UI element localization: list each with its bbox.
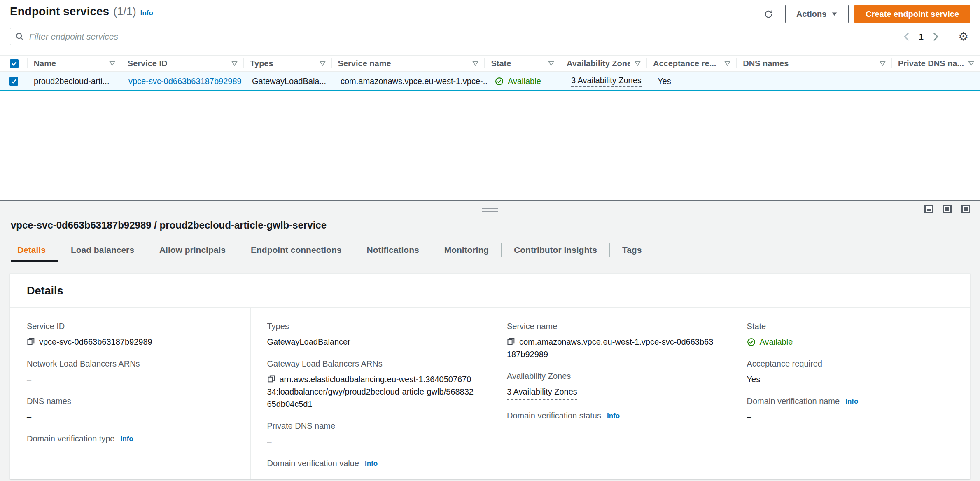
column-header-types: Types	[250, 59, 273, 68]
page-number[interactable]: 1	[915, 32, 928, 42]
field-value: –	[27, 450, 31, 459]
filter-icon-types[interactable]	[319, 60, 327, 67]
table-row[interactable]: proud2becloud-arti... vpce-svc-0d663b631…	[0, 72, 980, 91]
field-label: Gateway Load Balancers ARNs	[267, 359, 383, 369]
filter-icon-acceptance-required[interactable]	[723, 60, 731, 67]
column-header-acceptance-required: Acceptance re...	[653, 59, 716, 68]
panel-size-medium-icon[interactable]	[943, 205, 952, 213]
column-header-availability-zones: Availability Zones	[567, 59, 630, 68]
panel-title: vpce-svc-0d663b63187b92989 / proud2beclo…	[0, 219, 980, 231]
actions-button[interactable]: Actions	[785, 5, 849, 23]
filter-icon-service-name[interactable]	[471, 60, 479, 67]
settings-gear-icon[interactable]: ⚙	[957, 31, 970, 42]
field-state: State Available	[747, 322, 954, 348]
filter-icon-dns-names[interactable]	[879, 60, 887, 67]
panel-size-small-icon[interactable]	[924, 205, 933, 213]
field-value: Available	[760, 336, 793, 348]
caret-down-icon	[831, 12, 838, 16]
field-domain-verification-name: Domain verification nameInfo –	[747, 397, 954, 423]
field-value: arn:aws:elasticloadbalancing:eu-west-1:3…	[267, 375, 474, 409]
pagination: 1 ⚙	[901, 29, 970, 44]
availability-zones-popover-trigger[interactable]: 3 Availability Zones	[507, 385, 577, 400]
field-dns-names: DNS names –	[27, 397, 234, 423]
row-checkbox[interactable]	[9, 77, 18, 86]
field-value: GatewayLoadBalancer	[267, 337, 350, 346]
tab-allow-principals[interactable]: Allow principals	[147, 239, 238, 262]
details-card-body: Service ID vpce-svc-0d663b63187b92989 Ne…	[10, 308, 970, 479]
column-header-state: State	[491, 59, 511, 68]
info-link[interactable]: Info	[140, 9, 153, 17]
field-label: Domain verification status	[507, 411, 601, 420]
select-all-checkbox[interactable]	[10, 59, 19, 68]
field-value: –	[267, 474, 272, 479]
filter-icon-private-dns-name[interactable]	[967, 60, 975, 67]
row-acceptance-required: Yes	[658, 77, 671, 86]
field-value: –	[27, 375, 31, 384]
tab-notifications[interactable]: Notifications	[354, 239, 431, 262]
availability-zones-popover-trigger[interactable]: 3 Availability Zones	[571, 76, 642, 87]
filter-icon-service-id[interactable]	[231, 60, 238, 67]
tab-tags[interactable]: Tags	[610, 239, 654, 262]
details-column-1: Service ID vpce-svc-0d663b63187b92989 Ne…	[10, 308, 250, 479]
copy-icon[interactable]	[27, 337, 35, 346]
prev-page-button[interactable]	[901, 30, 912, 44]
field-label: Domain verification value	[267, 459, 359, 468]
filter-row: 1 ⚙	[0, 23, 980, 45]
split-panel-bar	[0, 201, 980, 218]
filter-icon-state[interactable]	[547, 60, 555, 67]
field-label: State	[747, 322, 766, 331]
field-label: Service name	[507, 322, 557, 331]
details-column-2: Types GatewayLoadBalancer Gateway Load B…	[250, 308, 490, 479]
create-endpoint-service-button[interactable]: Create endpoint service	[854, 5, 970, 23]
tab-contributor-insights[interactable]: Contributor Insights	[502, 239, 609, 262]
refresh-button[interactable]	[758, 5, 779, 23]
row-state: Available	[508, 77, 541, 86]
info-link[interactable]: Info	[845, 397, 858, 406]
copy-icon[interactable]	[507, 337, 515, 346]
filter-icon-availability-zones[interactable]	[634, 60, 642, 67]
copy-icon[interactable]	[267, 375, 275, 383]
tab-monitoring[interactable]: Monitoring	[432, 239, 501, 262]
row-name: proud2becloud-arti...	[34, 77, 109, 86]
status-available-icon	[495, 77, 504, 86]
info-link[interactable]: Info	[607, 412, 620, 420]
row-dns-names: –	[748, 77, 753, 86]
info-link[interactable]: Info	[365, 460, 378, 468]
next-page-button[interactable]	[930, 30, 941, 44]
panel-size-large-icon[interactable]	[961, 205, 970, 213]
tab-load-balancers[interactable]: Load balancers	[58, 239, 147, 262]
endpoint-services-section: Endpoint services (1/1) Info Actions Cre…	[0, 0, 980, 200]
field-domain-verification-value: Domain verification valueInfo –	[267, 459, 474, 479]
field-label: Domain verification name	[747, 397, 840, 406]
field-label: Service ID	[27, 322, 65, 331]
info-link[interactable]: Info	[120, 435, 133, 443]
split-panel-drag-handle[interactable]	[480, 205, 500, 215]
filter-icon-name[interactable]	[108, 60, 116, 67]
split-panel: vpce-svc-0d663b63187b92989 / proud2beclo…	[0, 200, 980, 481]
field-value: Yes	[747, 375, 761, 384]
field-service-name: Service name com.amazonaws.vpce.eu-west-…	[507, 322, 714, 360]
table-header-row: Name Service ID Types Service name State…	[0, 55, 980, 72]
field-acceptance-required: Acceptance required Yes	[747, 359, 954, 385]
tab-endpoint-connections[interactable]: Endpoint connections	[238, 239, 354, 262]
details-column-4: State Available Acceptance required Yes …	[730, 308, 970, 479]
header-actions: Actions Create endpoint service	[758, 5, 970, 23]
field-gwlb-arns: Gateway Load Balancers ARNs arn:aws:elas…	[267, 359, 474, 410]
field-label: Availability Zones	[507, 371, 571, 381]
panel-size-controls	[924, 205, 970, 213]
status-available-icon	[747, 338, 756, 346]
tab-details[interactable]: Details	[11, 239, 58, 262]
field-value: –	[267, 437, 272, 446]
filter-input[interactable]	[28, 31, 380, 42]
field-service-id: Service ID vpce-svc-0d663b63187b92989	[27, 322, 234, 348]
field-private-dns-name: Private DNS name –	[267, 421, 474, 448]
details-column-3: Service name com.amazonaws.vpce.eu-west-…	[490, 308, 730, 479]
row-types: GatewayLoadBala...	[252, 77, 326, 86]
field-label: Domain verification type	[27, 434, 114, 444]
field-value: com.amazonaws.vpce.eu-west-1.vpce-svc-0d…	[507, 337, 713, 359]
column-header-service-name: Service name	[338, 59, 391, 68]
service-id-link[interactable]: vpce-svc-0d663b63187b92989	[128, 77, 242, 86]
page-title: Endpoint services	[10, 5, 109, 18]
field-domain-verification-status: Domain verification statusInfo –	[507, 411, 714, 437]
column-header-private-dns-name: Private DNS na...	[898, 59, 964, 68]
